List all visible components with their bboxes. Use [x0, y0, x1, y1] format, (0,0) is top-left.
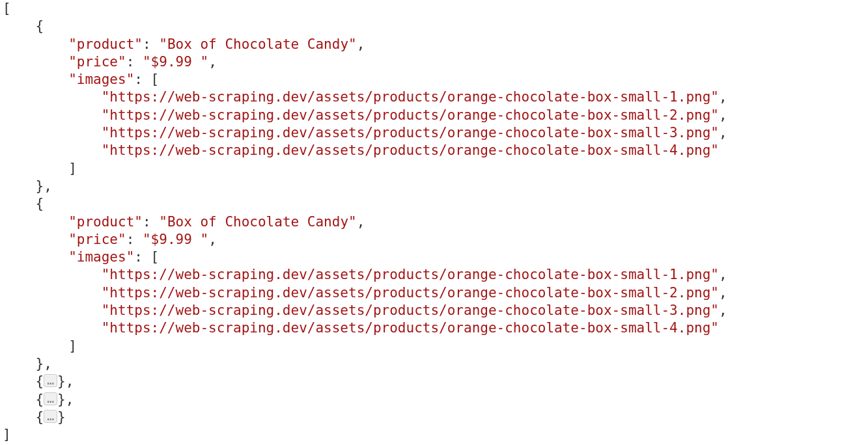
image-url: "https://web-scraping.dev/assets/product…	[102, 320, 719, 336]
key-images: "images"	[68, 249, 134, 265]
value-product: "Box of Chocolate Candy"	[159, 36, 356, 52]
image-url: "https://web-scraping.dev/assets/product…	[102, 107, 719, 123]
key-images: "images"	[68, 72, 134, 87]
image-url: "https://web-scraping.dev/assets/product…	[102, 303, 719, 318]
key-product: "product"	[68, 214, 143, 230]
fold-toggle-icon[interactable]: …	[44, 410, 57, 423]
image-url: "https://web-scraping.dev/assets/product…	[102, 142, 719, 158]
image-url: "https://web-scraping.dev/assets/product…	[102, 285, 719, 301]
value-price: "$9.99 "	[143, 232, 208, 247]
value-price: "$9.99 "	[143, 54, 208, 70]
key-price: "price"	[68, 232, 126, 247]
fold-toggle-icon[interactable]: …	[44, 392, 57, 405]
image-url: "https://web-scraping.dev/assets/product…	[102, 267, 719, 282]
value-product: "Box of Chocolate Candy"	[159, 214, 356, 230]
fold-toggle-icon[interactable]: …	[44, 374, 57, 387]
key-product: "product"	[68, 36, 143, 52]
key-price: "price"	[68, 54, 126, 70]
image-url: "https://web-scraping.dev/assets/product…	[102, 89, 719, 105]
image-url: "https://web-scraping.dev/assets/product…	[102, 125, 719, 141]
json-output: [ { "product": "Box of Chocolate Candy",…	[0, 0, 868, 444]
